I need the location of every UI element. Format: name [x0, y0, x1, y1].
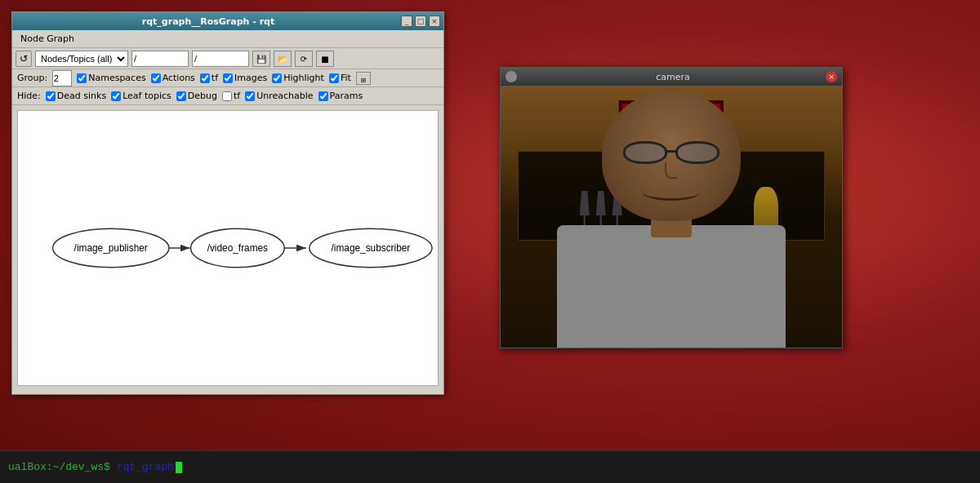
desktop: rqt_graph__RosGraph - rqt _ □ × Node Gra…	[0, 0, 980, 483]
terminal-cursor	[176, 462, 182, 473]
rqt-graph-window: rqt_graph__RosGraph - rqt _ □ × Node Gra…	[11, 11, 444, 395]
dead-sinks-checkbox[interactable]	[46, 91, 56, 101]
filter-input-2[interactable]	[192, 51, 249, 67]
refresh-icon[interactable]: ⟳	[295, 51, 313, 67]
load-icon[interactable]: 📂	[274, 51, 292, 67]
camera-minimize-btn[interactable]	[506, 71, 517, 82]
camera-window: camera × BAR	[500, 67, 843, 348]
debug-label[interactable]: Debug	[176, 91, 217, 101]
rqt-titlebar-buttons: _ □ ×	[401, 16, 440, 27]
camera-feed: BAR	[501, 86, 842, 348]
rqt-graph-area[interactable]: /image_publisher /video_frames /image_su…	[17, 110, 439, 386]
unreachable-checkbox[interactable]	[245, 91, 255, 101]
leaf-topics-label[interactable]: Leaf topics	[111, 91, 172, 101]
node-graph-menu[interactable]: Node Graph	[16, 32, 79, 46]
fit-icon-btn[interactable]: ⊞	[356, 72, 371, 85]
images-checkbox[interactable]	[223, 73, 233, 83]
namespaces-checkbox-label[interactable]: Namespaces	[77, 73, 145, 83]
tf-checkbox[interactable]	[200, 73, 210, 83]
leaf-topics-checkbox[interactable]	[111, 91, 121, 101]
fit-checkbox[interactable]	[329, 73, 339, 83]
terminal-command: rqt_graph	[110, 461, 174, 473]
save-icon[interactable]: 💾	[252, 51, 270, 67]
namespaces-checkbox[interactable]	[77, 73, 87, 83]
hide-label: Hide:	[17, 91, 41, 101]
rqt-menubar: Node Graph	[12, 30, 443, 48]
params-label[interactable]: Params	[318, 91, 363, 101]
stop-icon[interactable]: ■	[316, 51, 334, 67]
actions-checkbox[interactable]	[151, 73, 161, 83]
terminal-prompt: ualBox:~/dev_ws$ rqt_graph	[8, 461, 182, 473]
terminal-user: ualBox:~/dev_ws$	[8, 461, 110, 473]
images-checkbox-label[interactable]: Images	[223, 73, 267, 83]
highlight-checkbox-label[interactable]: Highlight	[272, 73, 324, 83]
terminal-bar: ualBox:~/dev_ws$ rqt_graph	[0, 450, 980, 483]
rqt-toolbar: ↺ Nodes/Topics (all) 💾 📂 ⟳ ■	[12, 48, 443, 69]
rqt-titlebar: rqt_graph__RosGraph - rqt _ □ ×	[12, 12, 443, 30]
fit-checkbox-label[interactable]: Fit	[329, 73, 351, 83]
camera-close-button[interactable]: ×	[826, 71, 837, 82]
unreachable-label[interactable]: Unreachable	[245, 91, 313, 101]
rqt-window-title: rqt_graph__RosGraph - rqt	[16, 16, 401, 27]
camera-titlebar: camera ×	[501, 68, 842, 86]
graph-svg: /image_publisher /video_frames /image_su…	[18, 111, 438, 385]
debug-checkbox[interactable]	[176, 91, 186, 101]
group-spinbox[interactable]	[52, 70, 72, 86]
nodes-topics-select[interactable]: Nodes/Topics (all)	[35, 51, 128, 67]
person-silhouette	[541, 152, 802, 348]
refresh-button[interactable]: ↺	[16, 51, 32, 67]
rqt-options-row: Group: Namespaces Actions tf Images High…	[12, 69, 443, 87]
dead-sinks-label[interactable]: Dead sinks	[46, 91, 106, 101]
actions-checkbox-label[interactable]: Actions	[151, 73, 195, 83]
highlight-checkbox[interactable]	[272, 73, 282, 83]
svg-text:/video_frames: /video_frames	[207, 242, 268, 254]
minimize-button[interactable]: _	[401, 16, 412, 27]
params-checkbox[interactable]	[318, 91, 328, 101]
close-button[interactable]: ×	[429, 16, 440, 27]
rqt-hide-row: Hide: Dead sinks Leaf topics Debug tf Un…	[12, 87, 443, 105]
maximize-button[interactable]: □	[415, 16, 426, 27]
group-label: Group:	[17, 73, 47, 83]
tf-hide-label[interactable]: tf	[222, 91, 240, 101]
svg-text:/image_publisher: /image_publisher	[74, 242, 148, 254]
camera-title: camera	[520, 72, 826, 82]
tf-checkbox-label[interactable]: tf	[200, 73, 218, 83]
tf-hide-checkbox[interactable]	[222, 91, 232, 101]
svg-text:/image_subscriber: /image_subscriber	[332, 242, 411, 254]
filter-input-1[interactable]	[131, 51, 189, 67]
